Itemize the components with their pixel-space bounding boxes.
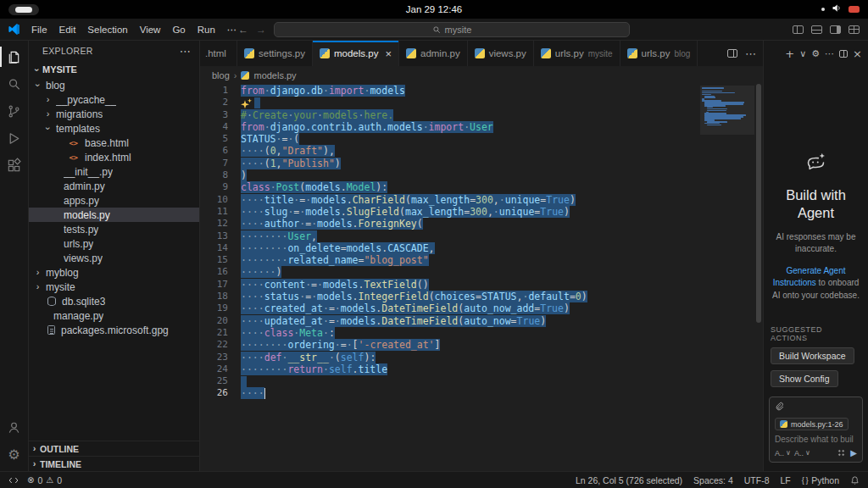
chat-dropdown-icon[interactable]: ∨ bbox=[799, 49, 806, 58]
close-chat-icon[interactable]: × bbox=[853, 48, 862, 59]
explorer-item-base-html[interactable]: <>base.html bbox=[29, 136, 199, 150]
split-editor-icon[interactable] bbox=[727, 49, 737, 58]
tab-urls-py-mysite[interactable]: urls.pymysite bbox=[534, 41, 620, 66]
explorer-item-apps-py[interactable]: apps.py bbox=[29, 193, 199, 208]
chat-settings-gear-icon[interactable]: ⚙ bbox=[811, 49, 820, 58]
tab-label: .html bbox=[205, 48, 226, 58]
agent-mode-dropdown[interactable]: A..∨ bbox=[775, 449, 791, 458]
tab-urls-py-blog[interactable]: urls.pyblog bbox=[620, 41, 698, 66]
scrollbar-thumb[interactable] bbox=[756, 84, 761, 323]
remote-indicator[interactable] bbox=[8, 476, 19, 485]
vertical-scrollbar[interactable] bbox=[754, 84, 763, 471]
explorer-item-urls-py[interactable]: urls.py bbox=[29, 236, 199, 251]
tools-icon[interactable] bbox=[837, 449, 845, 457]
menu-go[interactable]: Go bbox=[166, 19, 191, 41]
cursor-position[interactable]: Ln 26, Col 5 (726 selected) bbox=[576, 475, 682, 485]
extensions-icon[interactable] bbox=[0, 152, 29, 179]
explorer-item-index-html[interactable]: <>index.html bbox=[29, 150, 199, 164]
explorer-item-templates[interactable]: ›templates bbox=[29, 121, 199, 136]
explorer-item-pycache[interactable]: ›__pycache__ bbox=[29, 92, 199, 107]
command-center-search[interactable]: mysite bbox=[274, 22, 630, 37]
explorer-item-models-py[interactable]: models.py bbox=[29, 208, 199, 222]
status-bar: ⊗ 0 ⚠ 0 Ln 26, Col 5 (726 selected) Spac… bbox=[0, 471, 868, 488]
explorer-item-blog[interactable]: ›blog bbox=[29, 78, 199, 92]
explorer-header[interactable]: EXPLORER ⋯ bbox=[29, 41, 199, 61]
run-debug-icon[interactable] bbox=[0, 125, 29, 152]
toggle-panel-icon[interactable] bbox=[811, 25, 822, 34]
accounts-icon[interactable] bbox=[0, 413, 29, 441]
breadcrumb-file[interactable]: models.py bbox=[253, 70, 296, 80]
code-line: 15········related_name="blog_post" bbox=[200, 254, 698, 266]
toggle-secondary-sidebar-icon[interactable] bbox=[830, 25, 841, 34]
workspace-section-header[interactable]: › MYSITE bbox=[29, 61, 199, 78]
problems-indicator[interactable]: ⊗ 0 ⚠ 0 bbox=[27, 475, 62, 485]
timeline-section[interactable]: › TIMELINE bbox=[29, 456, 199, 471]
show-config-button[interactable]: Show Config bbox=[771, 370, 838, 387]
forward-button[interactable]: → bbox=[256, 24, 266, 36]
menu-edit[interactable]: Edit bbox=[53, 19, 82, 41]
menu-selection[interactable]: Selection bbox=[81, 19, 133, 41]
explorer-item-mysite[interactable]: ›mysite bbox=[29, 280, 199, 294]
eol-setting[interactable]: LF bbox=[781, 475, 791, 485]
tab-views-py[interactable]: views.py bbox=[468, 41, 534, 66]
model-picker-dropdown[interactable]: A..∨ bbox=[794, 449, 810, 458]
chat-welcome-title: Build with Agent bbox=[772, 186, 860, 223]
source-control-icon[interactable] bbox=[0, 97, 29, 125]
language-mode[interactable]: { }Python bbox=[802, 475, 839, 485]
tab-settings-py[interactable]: settings.py bbox=[237, 41, 313, 66]
explorer-item-admin-py[interactable]: admin.py bbox=[29, 179, 199, 193]
encoding-setting[interactable]: UTF-8 bbox=[744, 475, 770, 485]
breadcrumb-folder[interactable]: blog bbox=[212, 70, 230, 80]
chat-input-placeholder[interactable]: Describe what to buil bbox=[775, 435, 857, 444]
open-chat-in-editor-icon[interactable] bbox=[839, 50, 848, 58]
clock[interactable]: Jan 29 12:46 bbox=[406, 4, 463, 14]
explorer-item-myblog[interactable]: ›myblog bbox=[29, 265, 199, 280]
build-workspace-button[interactable]: Build Workspace bbox=[771, 347, 854, 364]
tab-models-py[interactable]: models.py× bbox=[313, 41, 399, 66]
explorer-item-init-py[interactable]: __init__.py bbox=[29, 164, 199, 179]
search-activity-icon[interactable] bbox=[0, 70, 29, 97]
explorer-item-migrations[interactable]: ›migrations bbox=[29, 107, 199, 121]
explorer-item-manage-py[interactable]: manage.py bbox=[29, 308, 199, 323]
editor-more-actions-icon[interactable]: ⋯ bbox=[745, 48, 756, 59]
tab-html-partial[interactable]: .html bbox=[200, 41, 237, 66]
volume-icon[interactable] bbox=[832, 3, 842, 15]
code-line: 10····title·=·models.CharField(max_lengt… bbox=[200, 194, 698, 206]
outline-section[interactable]: › OUTLINE bbox=[29, 441, 199, 456]
chat-more-actions-icon[interactable]: ⋯ bbox=[825, 49, 834, 58]
toggle-primary-sidebar-icon[interactable] bbox=[793, 25, 804, 34]
code-editor[interactable]: 1from·django.db·import·models23#·Create·… bbox=[200, 84, 763, 471]
explorer-item-views-py[interactable]: views.py bbox=[29, 251, 199, 265]
indentation-setting[interactable]: Spaces: 4 bbox=[693, 475, 733, 485]
power-icon[interactable] bbox=[849, 6, 860, 13]
activities-indicator[interactable] bbox=[8, 4, 39, 15]
breadcrumb[interactable]: blog › models.py bbox=[200, 66, 763, 84]
context-chip[interactable]: models.py:1-26 bbox=[775, 418, 849, 430]
settings-gear-icon[interactable]: ⚙ bbox=[0, 441, 29, 468]
menu-run[interactable]: Run bbox=[192, 19, 221, 41]
copilot-suggestion-icon[interactable] bbox=[241, 100, 252, 108]
customize-layout-icon[interactable] bbox=[849, 25, 860, 34]
explorer-more-actions-icon[interactable]: ⋯ bbox=[180, 46, 191, 57]
menu-view[interactable]: View bbox=[134, 19, 167, 41]
tab-admin-py[interactable]: admin.py bbox=[399, 41, 468, 66]
explorer-item-label: db.sqlite3 bbox=[62, 296, 105, 308]
chat-input-box[interactable]: models.py:1-26 Describe what to buil A..… bbox=[769, 396, 863, 463]
code-line: 9class·Post(models.Model): bbox=[200, 181, 698, 193]
explorer-item-tests-py[interactable]: tests.py bbox=[29, 222, 199, 236]
new-chat-icon[interactable]: + bbox=[785, 48, 794, 59]
notifications-bell-icon[interactable] bbox=[850, 475, 860, 485]
minimap[interactable] bbox=[700, 86, 754, 471]
explorer-item-label: migrations bbox=[56, 108, 103, 120]
suggested-actions-label: SUGGESTED ACTIONS bbox=[771, 325, 861, 342]
back-button[interactable]: ← bbox=[238, 24, 248, 36]
close-tab-icon[interactable]: × bbox=[385, 47, 392, 60]
python-file-icon bbox=[541, 48, 551, 58]
attach-context-icon[interactable] bbox=[775, 402, 784, 413]
line-number: 5 bbox=[200, 133, 241, 145]
send-button[interactable]: ▶ bbox=[850, 448, 857, 458]
explorer-item-packages-microsoft-gpg[interactable]: packages.microsoft.gpg bbox=[29, 323, 199, 337]
menu-file[interactable]: File bbox=[25, 19, 53, 41]
explorer-item-db-sqlite3[interactable]: db.sqlite3 bbox=[29, 294, 199, 308]
explorer-activity-icon[interactable] bbox=[0, 43, 29, 70]
